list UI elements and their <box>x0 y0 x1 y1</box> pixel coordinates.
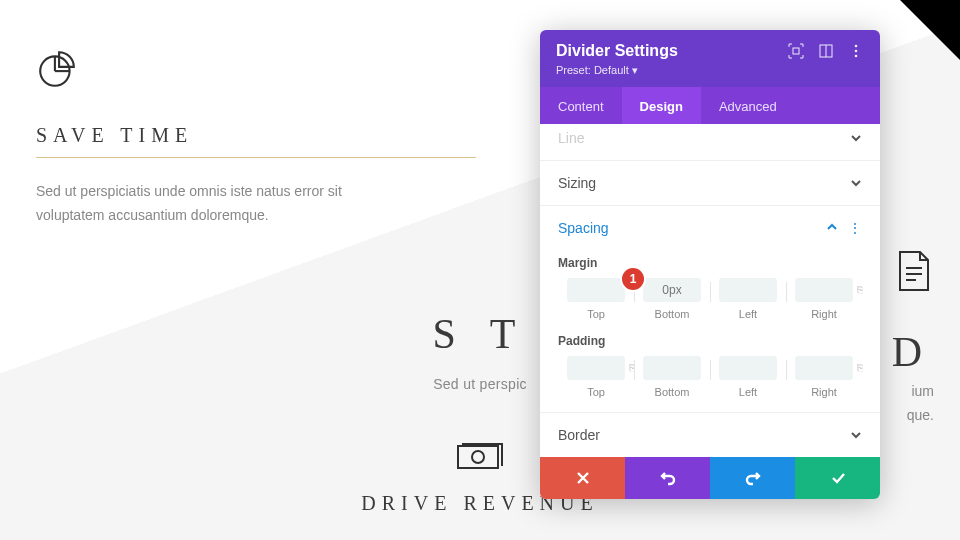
confirm-button[interactable] <box>795 457 880 499</box>
divider-settings-panel: Divider Settings Preset: Default ▾ Conte… <box>540 30 880 499</box>
tab-design[interactable]: Design <box>622 87 701 124</box>
chevron-up-icon <box>826 221 838 233</box>
link-values-icon[interactable]: ⎘ <box>629 362 632 373</box>
center-sub-right2: que. <box>907 404 934 428</box>
section-border[interactable]: Border <box>540 412 880 457</box>
section-line[interactable]: Line <box>540 124 880 160</box>
section-spacing[interactable]: Spacing ⋮ <box>540 205 880 250</box>
page-corner-fold <box>900 0 960 60</box>
panel-actions <box>540 457 880 499</box>
svg-rect-3 <box>793 48 799 54</box>
margin-left-label: Left <box>710 308 786 320</box>
spacing-body: Margin Top 1 Bottom Left ⎘ <box>540 256 880 412</box>
center-sub-right1: ium <box>907 380 934 404</box>
svg-point-6 <box>855 50 858 53</box>
padding-controls: ⎘ Top Bottom Left ⎘ Right <box>558 356 862 398</box>
margin-right-label: Right <box>786 308 862 320</box>
feature-heading: SAVE TIME <box>36 124 476 147</box>
columns-icon[interactable] <box>818 43 834 59</box>
more-icon[interactable] <box>848 43 864 59</box>
svg-point-5 <box>855 45 858 48</box>
margin-bottom-input[interactable] <box>643 278 701 302</box>
link-values-icon[interactable]: ⎘ <box>857 362 860 373</box>
section-options-icon[interactable]: ⋮ <box>848 220 862 236</box>
center-heading-right: D <box>892 328 934 376</box>
margin-left-input[interactable] <box>719 278 777 302</box>
feature-body: Sed ut perspiciatis unde omnis iste natu… <box>36 180 396 228</box>
padding-right-input[interactable] <box>795 356 853 380</box>
chevron-down-icon <box>850 429 862 441</box>
padding-left-input[interactable] <box>719 356 777 380</box>
focus-icon[interactable] <box>788 43 804 59</box>
margin-label: Margin <box>558 256 862 270</box>
margin-controls: Top 1 Bottom Left ⎘ Right <box>558 278 862 320</box>
document-icon <box>894 250 934 292</box>
redo-button[interactable] <box>710 457 795 499</box>
section-border-label: Border <box>558 427 600 443</box>
svg-rect-1 <box>458 446 498 468</box>
panel-tabs: Content Design Advanced <box>540 87 880 124</box>
panel-header[interactable]: Divider Settings Preset: Default ▾ <box>540 30 880 87</box>
section-sizing[interactable]: Sizing <box>540 160 880 205</box>
padding-top-input[interactable] <box>567 356 625 380</box>
link-values-icon[interactable]: ⎘ <box>857 284 860 295</box>
padding-right-label: Right <box>786 386 862 398</box>
annotation-marker-1: 1 <box>622 268 644 290</box>
svg-point-7 <box>855 55 858 58</box>
padding-bottom-input[interactable] <box>643 356 701 380</box>
chevron-down-icon <box>850 132 862 144</box>
padding-bottom-label: Bottom <box>634 386 710 398</box>
tab-content[interactable]: Content <box>540 87 622 124</box>
undo-button[interactable] <box>625 457 710 499</box>
chevron-down-icon <box>850 177 862 189</box>
padding-left-label: Left <box>710 386 786 398</box>
pie-chart-icon <box>36 48 78 90</box>
margin-top-input[interactable] <box>567 278 625 302</box>
section-spacing-label: Spacing <box>558 220 609 236</box>
margin-bottom-label: Bottom <box>634 308 710 320</box>
margin-right-input[interactable] <box>795 278 853 302</box>
money-icon <box>456 442 504 472</box>
center-heading-left: S T <box>433 311 528 357</box>
cancel-button[interactable] <box>540 457 625 499</box>
svg-point-2 <box>472 451 484 463</box>
section-line-label: Line <box>558 130 584 146</box>
section-sizing-label: Sizing <box>558 175 596 191</box>
preset-label[interactable]: Preset: Default ▾ <box>556 64 864 77</box>
padding-label: Padding <box>558 334 862 348</box>
heading-rule <box>36 157 476 158</box>
margin-top-label: Top <box>558 308 634 320</box>
panel-title: Divider Settings <box>556 42 678 60</box>
padding-top-label: Top <box>558 386 634 398</box>
tab-advanced[interactable]: Advanced <box>701 87 795 124</box>
